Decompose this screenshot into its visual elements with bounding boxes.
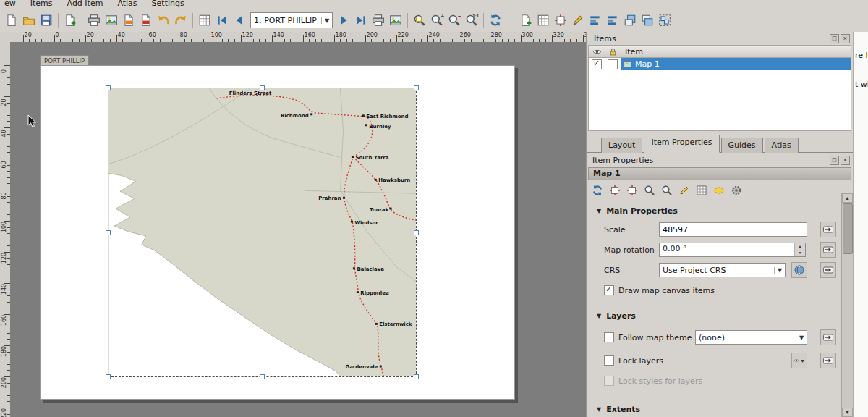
properties-scrollbar[interactable]: ▲ ▼ [841,193,853,417]
collapse-triangle-icon: ▼ [597,208,601,214]
section-extents[interactable]: ▼ Extents [597,405,841,414]
refresh-view-button[interactable] [487,12,504,29]
selection-handle[interactable] [260,85,265,90]
scale-input[interactable] [659,222,807,237]
atlas-last-button[interactable] [352,12,370,29]
undo-button[interactable] [155,12,172,29]
selection-handle[interactable] [414,85,419,90]
scrollbar-thumb[interactable] [843,203,853,254]
selection-handle[interactable] [260,374,265,379]
menu-add-item[interactable]: Add Item [67,0,103,9]
scale-override-button[interactable] [820,222,836,237]
export-image-button[interactable] [103,12,120,29]
distribute-items-button[interactable] [604,12,621,29]
ruler-tick [552,35,553,42]
station-label: East Richmond [366,114,408,119]
selection-handle[interactable] [106,374,111,379]
scroll-up-button[interactable]: ▲ [842,193,853,203]
menu-atlas[interactable]: Atlas [117,0,137,9]
new-layout-button[interactable] [3,12,20,29]
lock-layers-override-button[interactable] [820,353,836,368]
atlas-feature-combo[interactable]: 1: PORT PHILLIP ▼ [250,12,333,28]
map-item-icon [623,59,632,69]
move-content-button[interactable] [552,12,569,29]
menu-items[interactable]: Items [30,0,53,9]
theme-value: (none) [696,333,796,342]
tab-guides[interactable]: Guides [721,138,763,153]
zoom-full-badge [416,17,422,22]
lock-styles-row: Lock styles for layers [604,376,841,386]
ruler-corner [0,32,11,43]
item-visible-checkbox[interactable] [592,59,602,70]
redo-button[interactable] [172,12,190,29]
minus-badge: − [458,13,461,20]
tab-layout[interactable]: Layout [601,138,642,153]
item-row-selected: Map 1 [621,58,851,70]
follow-theme-checkbox[interactable] [604,332,614,342]
selection-handle[interactable] [414,230,419,235]
menu-view[interactable]: ew [4,0,16,9]
visible-layers-button[interactable]: ▼ [791,353,807,368]
section-layers[interactable]: ▼ Layers [597,311,841,321]
zoom-in-button[interactable]: + [428,12,446,29]
draw-canvas-items-checkbox[interactable] [604,285,614,295]
scroll-down-button[interactable]: ▼ [842,408,853,417]
manage-guides-button[interactable] [535,12,552,29]
duplicate-layout-button[interactable] [61,12,79,29]
zoom-out-button[interactable]: − [446,12,463,29]
layout-canvas[interactable]: PORT PHILLIP Flinders StreetRichmondEast… [10,42,586,417]
crs-combo[interactable]: Use Project CRS ▼ [659,263,786,277]
print-atlas-button[interactable] [370,12,387,29]
horizontal-ruler[interactable]: 2002040608010012014016018020022024026028… [10,32,586,43]
zoom-full-button[interactable] [411,12,428,29]
selection-handle[interactable] [414,374,419,379]
atlas-preview-button[interactable] [196,12,213,29]
rotation-override-button[interactable] [820,242,836,258]
vertical-ruler[interactable]: 020406080100120140160180200220 [0,42,11,417]
undock-panel-button[interactable]: □ [830,34,839,43]
raise-items-button[interactable] [621,12,639,29]
crs-override-button[interactable] [820,262,836,278]
edit-nodes-button[interactable] [569,12,587,29]
spin-up-button[interactable]: ▲ [795,243,805,250]
export-svg-button[interactable] [120,12,137,29]
lock-layers-checkbox[interactable] [604,355,614,366]
tab-atlas[interactable]: Atlas [765,138,799,153]
selection-handle[interactable] [106,85,111,90]
crs-row: CRS Use Project CRS ▼ [604,262,836,278]
spin-down-button[interactable]: ▼ [795,250,805,256]
menu-settings[interactable]: Settings [152,0,184,9]
print-layout-button[interactable] [85,12,103,29]
selection-handle[interactable] [106,230,111,235]
close-panel-button[interactable]: × [841,34,850,43]
rotation-label: Map rotation [604,245,659,255]
atlas-next-button[interactable] [335,12,352,29]
export-image-icon [105,14,118,27]
atlas-first-button[interactable] [213,12,231,29]
export-pdf-button[interactable] [137,12,155,29]
select-crs-button[interactable] [791,262,807,278]
map-item[interactable]: Flinders StreetRichmondEast RichmondBurn… [108,88,417,377]
atlas-preview-icon [198,14,211,27]
data-defined-icon [822,244,834,256]
lower-items-button[interactable] [639,12,656,29]
add-page-button[interactable] [517,12,535,29]
close-panel-button[interactable]: × [841,156,850,165]
save-project-button[interactable] [38,12,55,29]
export-atlas-button[interactable] [387,12,404,29]
undock-panel-button[interactable]: □ [830,156,839,165]
zoom-actual-button[interactable]: 1:1 [463,12,480,29]
item-lock-checkbox[interactable] [608,59,618,70]
atlas-prev-button[interactable] [231,12,248,29]
group-items-button[interactable] [656,12,673,29]
theme-combo[interactable]: (none) ▼ [695,330,807,345]
align-items-button[interactable] [587,12,604,29]
open-layout-button[interactable] [20,12,38,29]
raise-icon [624,14,637,27]
section-main-properties[interactable]: ▼ Main Properties [597,206,841,216]
theme-override-button[interactable] [820,329,836,345]
item-row-map1[interactable]: Map 1 [589,58,851,70]
atlas-feature-value: 1: PORT PHILLIP [251,16,321,25]
tab-item-properties[interactable]: Item Properties [644,135,719,153]
rotation-spinbox[interactable]: 0.00 ° ▲ ▼ [659,243,806,257]
